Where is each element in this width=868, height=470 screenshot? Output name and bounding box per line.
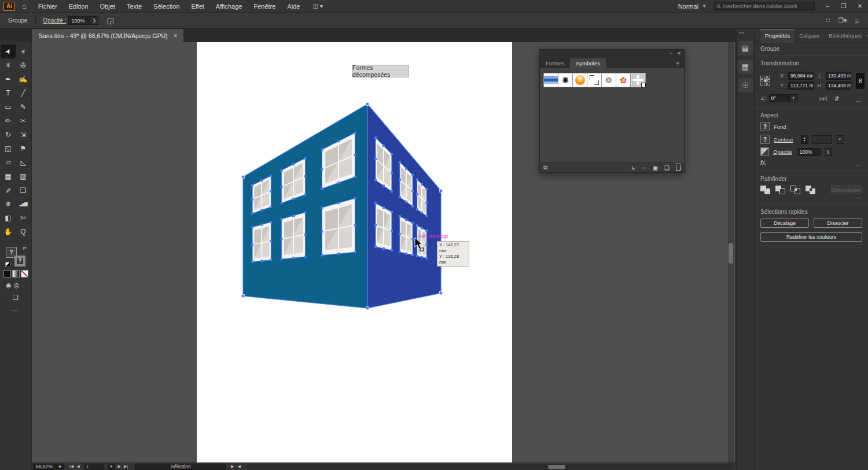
x-input[interactable]: 96,984 mm xyxy=(788,72,814,80)
last-artboard-icon[interactable]: ▶| xyxy=(124,464,128,469)
more-options-icon[interactable]: ⋯ xyxy=(856,195,862,201)
type-tool[interactable]: T xyxy=(1,86,16,100)
first-artboard-icon[interactable]: |◀ xyxy=(69,464,73,469)
application-grid-icon[interactable]: ∷ xyxy=(826,17,830,24)
arrange-documents-icon[interactable]: ❐▾ xyxy=(838,17,847,24)
menu-edition[interactable]: Edition xyxy=(63,0,94,13)
horizontal-scrollbar-thumb[interactable] xyxy=(548,465,565,469)
default-fill-stroke-icon[interactable] xyxy=(5,262,10,267)
vertical-scrollbar-thumb[interactable] xyxy=(729,243,733,264)
flower-symbol[interactable]: ✿ xyxy=(616,73,631,87)
shape-builder-tool[interactable]: ◱ xyxy=(1,142,16,156)
menu-effet[interactable]: Effet xyxy=(185,0,209,13)
splatter-symbol[interactable]: ✺ xyxy=(558,73,573,87)
opacity-link[interactable]: Opacité : xyxy=(43,17,66,24)
opacity-caret-icon[interactable]: ❯ xyxy=(825,148,832,156)
height-input[interactable]: 134,408 mm xyxy=(826,82,851,90)
stroke-weight-dropdown-icon[interactable]: ▾ xyxy=(836,135,844,144)
panel-collapse-icon[interactable]: ›› xyxy=(670,51,672,56)
artboard-tool[interactable]: ◧ xyxy=(1,211,16,225)
symbol-libraries-icon[interactable]: ⧉ xyxy=(543,164,547,171)
stroke-link[interactable]: Contour xyxy=(774,136,793,143)
workspace-switcher-icon[interactable]: ◫▾ xyxy=(312,3,322,9)
swap-fill-stroke-icon[interactable]: ⇄ xyxy=(23,246,27,251)
offset-button[interactable]: Décalage xyxy=(760,219,809,228)
registration-frame-symbol[interactable] xyxy=(587,73,602,87)
panel-menu-icon[interactable]: ≡ xyxy=(671,61,684,68)
tab-calques[interactable]: Calques xyxy=(795,29,824,43)
panel-close-icon[interactable]: ✕ xyxy=(677,51,681,56)
eyedropper-tool[interactable]: ✐ xyxy=(1,183,16,197)
pen-tool[interactable]: ✒ xyxy=(1,72,16,86)
graph-tool[interactable]: ▂▅▇ xyxy=(16,197,31,211)
stroke-weight-stepper[interactable]: ▲▼ xyxy=(801,135,808,144)
stock-search-input[interactable]: ⚲ Rechercher dans Adobe Stock xyxy=(713,2,815,11)
app-logo[interactable]: Ai xyxy=(3,2,15,11)
menu-affichage[interactable]: Affichage xyxy=(210,0,248,13)
transform-again-icon[interactable]: ◲ xyxy=(106,16,113,25)
menu-selection[interactable]: Sélection xyxy=(148,0,185,13)
rectangle-tool[interactable]: ▭ xyxy=(1,100,16,114)
gradient-button[interactable] xyxy=(12,270,20,277)
color-dock-icon[interactable]: ☉ xyxy=(738,78,753,92)
scroll-left-icon[interactable]: ◀ xyxy=(238,464,241,469)
menu-objet[interactable]: Objet xyxy=(94,0,121,13)
pathfinder-exclude-icon[interactable] xyxy=(806,186,815,194)
width-input[interactable]: 130,493 mm xyxy=(826,72,851,80)
slice-tool[interactable]: ✄ xyxy=(16,211,31,225)
menu-fichier[interactable]: Fichier xyxy=(32,0,63,13)
ungroup-button[interactable]: Dissocier xyxy=(814,219,862,228)
document-tab[interactable]: Sans titre - 43* @ 66,67% (CMJN/Aperçu G… xyxy=(32,29,183,42)
edit-toolbar-icon[interactable]: ⋯ xyxy=(0,307,31,314)
restore-button[interactable]: ❐ xyxy=(836,0,852,13)
sky-stripes-symbol[interactable] xyxy=(544,73,558,87)
opacity-input[interactable]: 100% xyxy=(68,16,90,25)
pathfinder-unite-icon[interactable] xyxy=(760,186,770,194)
rotate-tool[interactable]: ↻ xyxy=(1,128,16,142)
none-button[interactable] xyxy=(21,270,28,277)
screen-mode-icon[interactable]: ❏ xyxy=(0,294,31,301)
magic-wand-tool[interactable]: ✳ xyxy=(1,58,16,72)
recolor-button[interactable]: Redéfinir les couleurs xyxy=(760,232,862,242)
menu-aide[interactable]: Aide xyxy=(281,0,306,13)
window-symbol[interactable] xyxy=(631,73,645,87)
expand-button[interactable]: Décomposer xyxy=(831,186,862,194)
line-segment-tool[interactable]: ╱ xyxy=(16,86,31,100)
pencil-tool[interactable]: ✏ xyxy=(1,114,16,128)
y-input[interactable]: 113,771 mm xyxy=(788,82,814,90)
opacity-caret-icon[interactable]: ❯ xyxy=(90,16,98,25)
status-display[interactable]: Sélection xyxy=(135,464,226,470)
prev-artboard-icon[interactable]: ◀ xyxy=(76,464,79,469)
scroll-right-icon[interactable]: ▶ xyxy=(231,464,234,469)
delete-symbol-icon[interactable] xyxy=(676,165,681,171)
more-options-icon[interactable]: ⋯ xyxy=(856,98,862,105)
orb-symbol[interactable] xyxy=(573,73,587,87)
symbol-sprayer-tool[interactable]: ✵ xyxy=(1,197,16,211)
next-artboard-icon[interactable]: ▶ xyxy=(118,464,121,469)
pathfinder-intersect-icon[interactable] xyxy=(790,186,800,194)
flip-horizontal-icon[interactable]: ▷|◁ xyxy=(820,96,826,101)
stroke-weight-value[interactable] xyxy=(812,135,832,144)
puppet-warp-tool[interactable]: ⚑ xyxy=(16,142,31,156)
rotation-input[interactable]: 0° xyxy=(769,94,790,102)
home-icon[interactable]: ⌂ xyxy=(22,2,27,10)
menu-texte[interactable]: Texte xyxy=(121,0,148,13)
mesh-tool[interactable]: ▦ xyxy=(1,169,16,183)
free-transform-tool[interactable]: ▱ xyxy=(1,156,16,169)
gradient-tool[interactable]: ▥ xyxy=(16,169,31,183)
artboard-number-input[interactable]: 1 xyxy=(84,464,104,470)
zoom-tool[interactable]: Q xyxy=(16,225,31,239)
canvas-area[interactable]: Formes décomposées Point d'ancrage X : 1… xyxy=(32,42,735,462)
curvature-tool[interactable]: ✍ xyxy=(16,72,31,86)
paintbrush-tool[interactable]: ✎ xyxy=(16,100,31,114)
tab-bibliotheques[interactable]: Bibliothèques xyxy=(824,29,866,43)
close-tab-icon[interactable]: ✕ xyxy=(173,33,178,39)
rotation-dropdown-icon[interactable]: ▾ xyxy=(790,94,798,102)
properties-dock-icon[interactable]: ▤ xyxy=(738,41,753,55)
workspace-menu-icon[interactable]: ≡ xyxy=(855,17,859,24)
menu-fenetre[interactable]: Fenêtre xyxy=(248,0,281,13)
zoom-level-input[interactable]: 66,67% xyxy=(33,464,56,470)
horizontal-scrollbar[interactable] xyxy=(247,464,733,469)
selection-tool[interactable]: ➤ xyxy=(1,45,16,58)
tab-formes[interactable]: Formes xyxy=(540,58,570,68)
